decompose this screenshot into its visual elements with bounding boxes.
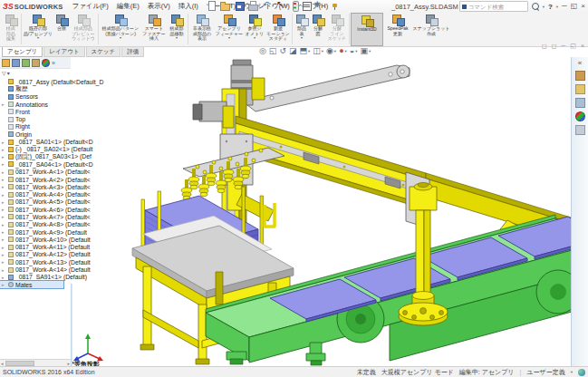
expand-arrow-icon[interactable]: ▸ <box>2 214 6 219</box>
dropdown-icon[interactable]: ▾ <box>301 36 303 40</box>
new-document-button[interactable]: ▾ <box>207 1 218 11</box>
speedpak-update-button[interactable]: SpeedPak更新 <box>383 13 412 46</box>
tree-item[interactable]: ▸0817_Work-A<7> (Default< <box>0 213 103 220</box>
close-doc-icon[interactable]: × <box>581 43 584 50</box>
tree-item[interactable]: Front <box>0 108 103 115</box>
expand-arrow-icon[interactable]: ▸ <box>2 237 6 242</box>
status-item[interactable]: ユーザー定義 <box>526 368 564 377</box>
dropdown-icon[interactable]: ▾ <box>254 36 255 40</box>
dropdown-icon[interactable]: ▾ <box>258 4 260 8</box>
expand-arrow-icon[interactable]: ▸ <box>2 282 6 287</box>
linear-component-pattern-button[interactable]: 構成部品パターン(直線パターン)▾ <box>100 13 141 46</box>
scrollbar-thumb[interactable] <box>5 361 34 366</box>
expand-arrow-icon[interactable]: ▸ <box>2 192 6 198</box>
assembly-features-button[interactable]: アセンブリフィーチャー▾ <box>215 13 244 46</box>
expand-arrow-icon[interactable]: ▸ <box>2 245 6 250</box>
bill-of-materials-button[interactable]: 部品表▾ <box>294 13 310 46</box>
expand-arrow-icon[interactable]: ▸ <box>2 177 6 182</box>
tile-windows-icon[interactable]: ◻ <box>552 43 557 50</box>
expand-arrow-icon[interactable]: ▸ <box>2 229 6 235</box>
dropdown-icon[interactable]: ▾ <box>272 4 274 8</box>
menu-item[interactable]: 編集(E) <box>117 2 140 11</box>
dropdown-icon[interactable]: ▾ <box>308 49 310 53</box>
tree-item[interactable]: ▸0817_Work-A<11> (Default <box>0 244 103 251</box>
tree-item[interactable]: ▸0817_Work-A<10> (Default <box>0 236 103 243</box>
expand-arrow-icon[interactable]: ▸ <box>2 184 6 189</box>
previous-view-icon[interactable]: ↺ <box>279 46 286 55</box>
tree-item[interactable]: ▸Mates <box>0 281 63 288</box>
restore-button[interactable]: ◱ <box>571 2 578 11</box>
dropdown-icon[interactable]: ▾ <box>355 49 357 53</box>
file-explorer-icon[interactable] <box>575 84 585 94</box>
expand-arrow-icon[interactable]: ▸ <box>2 222 6 227</box>
close-button[interactable]: × <box>581 2 585 11</box>
expand-arrow-icon[interactable]: ▸ <box>2 147 6 152</box>
dropdown-icon[interactable]: ▾ <box>228 36 230 40</box>
command-search-box[interactable] <box>459 1 528 12</box>
tree-item[interactable]: ▸0817_Work-A<5> (Default< <box>0 198 103 206</box>
expand-arrow-icon[interactable]: ▸ <box>2 275 6 280</box>
tree-filter[interactable]: ▽ ▾ <box>0 69 149 77</box>
dropdown-icon[interactable]: ▾ <box>245 4 246 8</box>
undo-button[interactable]: ▾ <box>262 1 274 11</box>
tree-item[interactable]: ▸0817_Work-A<1> (Default< <box>0 169 103 176</box>
reference-geometry-button[interactable]: 参照ジオメトリ▾ <box>244 13 265 46</box>
dropdown-icon[interactable]: ▾ <box>345 49 347 53</box>
edit-appearance-icon[interactable]: ●▾ <box>339 46 347 55</box>
tree-item[interactable]: Origin <box>0 130 103 138</box>
select-button[interactable]: ▾ <box>275 1 287 11</box>
pin-menu-icon[interactable] <box>332 4 338 10</box>
tree-horizontal-scrollbar[interactable]: ◂ ▸ <box>0 359 71 366</box>
apply-scene-icon[interactable]: ◒▾ <box>350 46 358 55</box>
appearances-scenes-icon[interactable] <box>575 111 585 121</box>
view-orientation-icon[interactable]: ⬒▾ <box>299 46 310 55</box>
tab-inactive[interactable]: 評価 <box>121 47 144 57</box>
status-globe-icon[interactable] <box>578 369 585 376</box>
hide-show-items-icon[interactable]: ◉▾ <box>326 46 336 55</box>
exploded-view-button[interactable]: 分解図 <box>310 13 326 46</box>
scroll-right-icon[interactable]: ▸ <box>67 361 70 366</box>
menu-item[interactable]: 挿入(I) <box>178 2 198 11</box>
expand-arrow-icon[interactable]: ▸ <box>2 259 6 265</box>
save-document-button[interactable]: ▾ <box>235 1 246 11</box>
file-properties-button[interactable] <box>302 1 312 11</box>
task-pane-collapse-icon[interactable]: « <box>578 60 582 67</box>
show-hidden-components-button[interactable]: 非表示構成部品の表示 <box>189 13 215 46</box>
expand-arrow-icon[interactable]: ▸ <box>2 161 6 167</box>
tabs-overflow-icon[interactable]: » <box>52 60 55 66</box>
snapshot-button[interactable]: スナップショット作成 <box>412 13 450 46</box>
section-view-icon[interactable]: ◪ <box>289 46 297 55</box>
help-dropdown-icon[interactable]: ▾ <box>556 5 558 9</box>
scroll-left-icon[interactable]: ◂ <box>1 361 4 366</box>
configurationmanager-tab[interactable] <box>22 59 30 67</box>
propertymanager-tab[interactable] <box>12 59 20 67</box>
tree-item[interactable]: ▸0817_Work-A<4> (Default< <box>0 190 103 198</box>
expand-arrow-icon[interactable]: ▸ <box>2 154 6 160</box>
dropdown-icon[interactable]: ▾ <box>369 49 371 53</box>
tree-item[interactable]: ▸0817_Work-A<8> (Default< <box>0 221 103 228</box>
tree-item[interactable]: ▸_0817_SA04<1> (Default<D <box>0 160 103 168</box>
expand-arrow-icon[interactable]: ▸ <box>2 169 6 175</box>
search-input[interactable] <box>468 4 519 10</box>
minimize-button[interactable]: ─ <box>562 2 567 11</box>
zoom-area-icon[interactable]: ◱ <box>269 46 277 55</box>
tree-item[interactable]: ▸_0817_SA01<1> (Default<D <box>0 138 103 145</box>
rebuild-button[interactable] <box>290 1 300 11</box>
smart-fasteners-button[interactable]: スマートファスナー挿入 <box>141 13 167 46</box>
options-button[interactable]: ▾ <box>313 1 325 11</box>
panel-divider[interactable] <box>71 284 72 366</box>
tree-item[interactable]: Top <box>0 115 103 122</box>
move-component-button[interactable]: 構成部品移動▾ <box>167 13 187 46</box>
minimize-doc-icon[interactable]: ─ <box>561 43 565 50</box>
display-style-icon[interactable]: ◫▾ <box>313 46 323 55</box>
menu-item[interactable]: 表示(V) <box>148 2 170 11</box>
expand-arrow-icon[interactable]: ▸ <box>2 207 6 212</box>
tree-item[interactable]: 履歴 <box>0 85 103 92</box>
view-palette-icon[interactable] <box>575 98 585 108</box>
expand-arrow-icon[interactable]: ▸ <box>2 267 6 273</box>
new-motion-study-button[interactable]: 新規モーションスタディ <box>265 13 291 46</box>
dimxpertmanager-tab[interactable] <box>32 59 40 67</box>
zoom-fit-icon[interactable]: ◎ <box>259 46 266 55</box>
insert-components-button[interactable]: 既存の部品/アセンブリ▾ <box>23 13 53 46</box>
dropdown-icon[interactable]: ▾ <box>230 4 232 8</box>
